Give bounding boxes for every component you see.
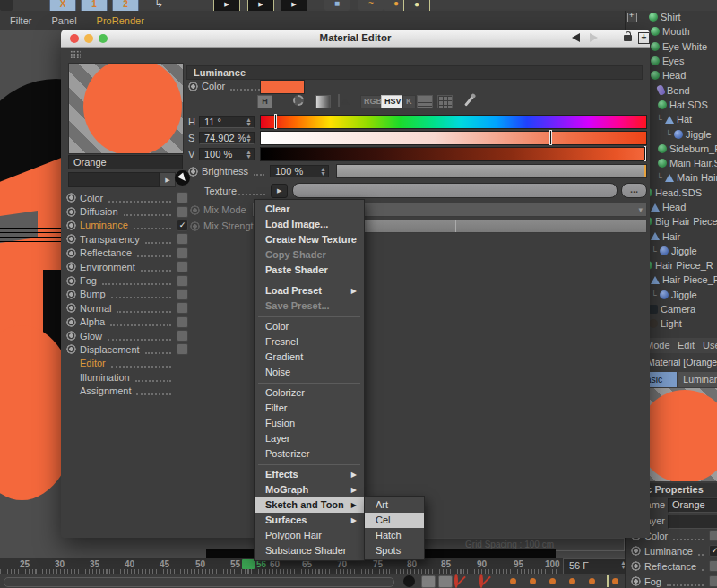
texture-path-field[interactable] — [292, 183, 618, 198]
menu-item[interactable]: Posterizer ▶ — [255, 446, 364, 462]
menu-bar-item[interactable]: Filter — [0, 15, 41, 26]
channel-checkbox[interactable] — [177, 289, 188, 300]
expand-icon[interactable] — [627, 13, 637, 22]
frame-tick-label[interactable]: 95 — [514, 559, 523, 569]
channel-label[interactable]: Fog — [80, 275, 97, 286]
frame-tick-label[interactable]: 75 — [373, 559, 383, 569]
texture-menu-button[interactable]: ▶ — [271, 184, 288, 198]
sphere-green[interactable] — [658, 159, 667, 168]
char-blue[interactable] — [665, 174, 674, 182]
no-keyframe-position-icon[interactable] — [454, 574, 458, 588]
brightness-value-field[interactable]: 100 % — [270, 165, 329, 177]
channel-row[interactable]: Fog — [66, 273, 188, 287]
record-icon[interactable] — [403, 575, 415, 587]
menu-item[interactable]: Clear ▶ — [255, 202, 364, 217]
light-bulb-icon[interactable]: ● — [403, 0, 430, 11]
menu-item[interactable]: Load Preset ▶ — [255, 283, 364, 298]
object-label[interactable]: Hair Piece_R — [655, 260, 713, 271]
channel-label[interactable]: Normal — [80, 303, 111, 314]
char-blue[interactable] — [651, 203, 660, 212]
char-blue[interactable] — [651, 232, 660, 240]
submenu-item[interactable]: Spots — [365, 543, 424, 558]
menu-item[interactable]: Polygon Hair ▶ — [255, 528, 364, 543]
menu-item[interactable]: Fusion ▶ — [255, 416, 364, 431]
channel-row[interactable]: Reflectance — [66, 246, 188, 260]
texture-browse-button[interactable]: ... — [621, 183, 647, 198]
channel-preview-icon[interactable] — [66, 317, 76, 327]
name-field[interactable]: Orange — [668, 498, 717, 513]
menu-item[interactable]: Substance Shader ▶ — [255, 543, 364, 558]
swatches-icon[interactable] — [437, 95, 453, 108]
hsv-mode-button[interactable]: HSV — [381, 95, 405, 108]
new-window-icon[interactable]: + — [638, 32, 650, 44]
back-arrow-icon[interactable] — [572, 33, 580, 42]
redo-arrow-icon[interactable]: ↳ — [146, 0, 171, 11]
channel-checkbox[interactable] — [177, 343, 188, 355]
object-label[interactable]: Light — [661, 318, 682, 329]
object-label[interactable]: Sideburn_R_SDS — [669, 143, 717, 154]
frame-tick-label[interactable]: 85 — [441, 559, 451, 569]
channel-label[interactable]: Environment — [80, 262, 135, 272]
spline-pen-icon[interactable]: ~ — [358, 0, 384, 11]
window-titlebar[interactable]: Material Editor + — [61, 30, 650, 48]
object-label[interactable]: Jiggle — [671, 246, 697, 256]
color-preview-icon[interactable] — [188, 82, 198, 91]
object-label[interactable]: Eye White — [662, 41, 707, 52]
channel-row[interactable]: Environment — [66, 260, 188, 273]
primitive-cube-icon[interactable]: ■ — [324, 0, 350, 11]
menu-bar-item[interactable]: ProRender — [87, 15, 154, 26]
menu-bar-item[interactable]: Panel — [41, 15, 86, 26]
channel-preview-icon[interactable] — [66, 248, 76, 258]
submenu-item[interactable]: Hatch — [365, 528, 424, 543]
channel-checkbox[interactable] — [709, 530, 717, 541]
menu-item[interactable]: Color ▶ — [255, 319, 364, 334]
frame-tick-label[interactable]: 90 — [477, 559, 487, 569]
render-view-icon[interactable]: ▶ — [213, 0, 240, 11]
char-blue[interactable] — [651, 276, 660, 284]
channel-checkbox[interactable] — [177, 247, 188, 259]
value-slider[interactable] — [260, 147, 647, 161]
channel-preview-icon[interactable] — [66, 193, 76, 203]
object-label[interactable]: Head — [662, 202, 686, 212]
channel-preview-icon[interactable] — [66, 262, 76, 272]
k-mode-button[interactable]: K — [402, 95, 416, 108]
brightness-slider[interactable] — [336, 164, 647, 178]
channel-label[interactable]: Glow — [80, 331, 102, 342]
channel-label[interactable]: Editor — [80, 358, 106, 368]
object-label[interactable]: Main Hair — [677, 172, 717, 183]
coord-x-icon[interactable]: X — [49, 0, 76, 11]
channel-row[interactable]: Bump — [66, 288, 188, 301]
layer-field[interactable] — [668, 514, 717, 529]
jiggle-blue[interactable] — [660, 246, 669, 255]
object-label[interactable]: Hat — [677, 114, 692, 125]
channel-row[interactable]: Luminance — [66, 219, 188, 232]
menu-item[interactable]: Surfaces ▶ — [255, 513, 364, 528]
object-label[interactable]: Shirt — [661, 12, 681, 22]
frame-tick-label[interactable]: 80 — [407, 559, 417, 569]
object-label[interactable]: Head.SDS — [655, 187, 702, 198]
s-value-field[interactable]: 74.902 % — [199, 132, 255, 144]
eyedropper-icon[interactable] — [464, 96, 473, 107]
channel-row[interactable]: Normal — [66, 301, 188, 315]
channel-checkbox[interactable] — [177, 206, 188, 218]
object-row[interactable]: Shirt — [626, 10, 717, 24]
sphere-green[interactable] — [649, 13, 658, 22]
channel-label[interactable]: Bump — [80, 289, 106, 299]
drag-handle[interactable] — [70, 50, 81, 59]
channel-label[interactable]: Transparency — [80, 234, 140, 245]
channel-checkbox[interactable] — [709, 545, 717, 557]
object-label[interactable]: Camera — [661, 304, 695, 315]
mode-menu-item[interactable]: User — [703, 340, 717, 350]
object-label[interactable]: Head — [662, 70, 686, 81]
saturation-slider[interactable] — [260, 131, 647, 145]
coord-z-icon[interactable]: 2 — [112, 0, 139, 11]
channel-label[interactable]: Color — [80, 193, 103, 203]
channel-row[interactable]: Displacement — [66, 342, 188, 356]
spinner-icon[interactable] — [246, 150, 252, 159]
channel-row[interactable]: Diffusion — [66, 204, 188, 218]
menu-item[interactable]: Create New Texture... ▶ — [255, 232, 364, 247]
slider-handle[interactable] — [274, 114, 277, 129]
spinner-icon[interactable] — [320, 167, 326, 176]
sphere-green[interactable] — [658, 100, 667, 109]
channel-label[interactable]: Luminance — [80, 220, 128, 230]
